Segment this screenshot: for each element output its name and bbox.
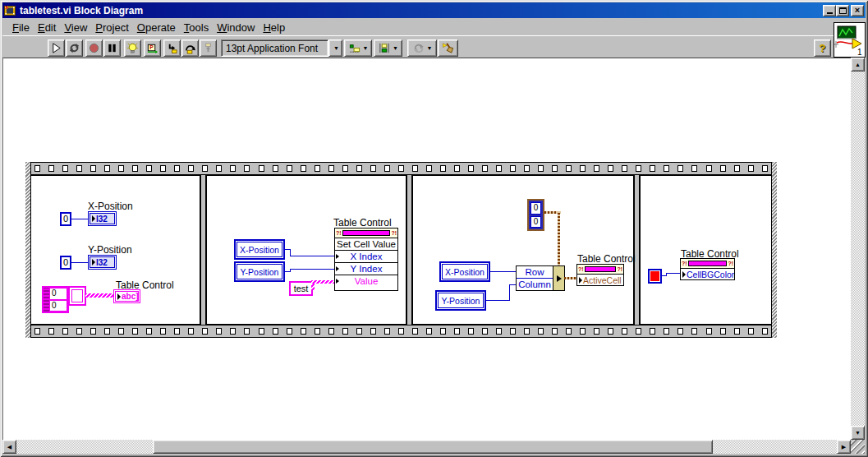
menu-project[interactable]: Project — [91, 21, 132, 35]
context-help-button[interactable]: ? — [814, 39, 831, 57]
wire[interactable] — [666, 273, 680, 274]
window-resize-grip[interactable] — [851, 440, 865, 454]
block-diagram-canvas[interactable]: X-Position 0 I32 Y-Position 0 I32 Table … — [2, 58, 851, 440]
sprocket-hole — [216, 328, 222, 335]
menu-operate[interactable]: Operate — [133, 21, 180, 35]
wire[interactable] — [509, 284, 510, 301]
step-into-button[interactable] — [163, 39, 181, 57]
highlight-execution-button[interactable] — [124, 39, 141, 57]
reorder-button[interactable]: ▼ — [407, 39, 437, 57]
align-objects-icon — [348, 42, 361, 54]
sprocket-hole — [273, 328, 278, 335]
wire[interactable] — [71, 262, 89, 263]
sprocket-hole — [230, 165, 236, 172]
bundle-column-field[interactable]: Column — [517, 278, 553, 290]
wire[interactable] — [290, 269, 334, 270]
menu-tools[interactable]: Tools — [180, 21, 213, 35]
menu-window[interactable]: Window — [213, 21, 259, 35]
abort-button[interactable] — [85, 39, 103, 57]
menu-edit[interactable]: Edit — [34, 21, 60, 35]
array-cell[interactable]: 0 — [49, 300, 67, 312]
string-array-constant[interactable]: 0 0 — [42, 286, 69, 313]
color-box-constant[interactable] — [648, 269, 662, 284]
scroll-right-button[interactable]: ▶ — [837, 440, 851, 454]
menu-file[interactable]: File — [8, 21, 34, 35]
clean-up-diagram-button[interactable] — [438, 39, 458, 57]
retain-wire-values-icon: P — [146, 42, 158, 54]
sprocket-hole — [412, 328, 418, 335]
x-position-i32-terminal[interactable]: I32 — [88, 211, 117, 226]
invoke-node-table-control[interactable]: ?! ?! Set Cell Value X Index Y Index Val… — [334, 228, 398, 291]
wire[interactable] — [489, 271, 516, 272]
property-row[interactable]: ActiveCell — [577, 274, 623, 285]
array-cell[interactable]: 0 — [49, 288, 67, 300]
horizontal-scrollbar[interactable]: ◀ ▶ — [2, 440, 851, 454]
property-row[interactable]: CellBGColor — [681, 268, 734, 279]
run-continuously-button[interactable] — [66, 39, 83, 57]
x-position-control[interactable]: X-Position — [439, 261, 490, 282]
sprocket-hole — [34, 165, 40, 172]
font-selector[interactable]: 13pt Application Font ▼ — [221, 39, 342, 57]
scroll-down-button[interactable]: ▼ — [851, 426, 865, 440]
invoke-method-row[interactable]: Set Cell Value — [335, 238, 397, 250]
y-position-i32-terminal[interactable]: I32 — [88, 255, 117, 270]
bundle-output-column[interactable] — [553, 266, 564, 290]
step-out-button[interactable] — [200, 39, 217, 57]
cluster-wire[interactable] — [564, 277, 576, 279]
close-button[interactable]: × — [851, 5, 864, 16]
terminal-arrow-icon — [682, 271, 686, 278]
maximize-button[interactable] — [836, 5, 849, 16]
vi-icon-panel[interactable]: 1 — [834, 22, 866, 58]
bundle-row-field[interactable]: Row — [517, 266, 553, 278]
horizontal-scrollbar-thumb[interactable] — [153, 440, 713, 454]
distribute-objects-button[interactable]: ▼ — [374, 39, 402, 57]
y-numeric-constant[interactable]: 0 — [60, 256, 71, 270]
step-over-button[interactable] — [181, 39, 199, 57]
wire[interactable] — [71, 219, 89, 219]
wire[interactable] — [509, 284, 516, 285]
bundle-by-name-node[interactable]: Row Column — [516, 265, 565, 291]
y-position-control[interactable]: Y-Position — [234, 261, 285, 282]
table-control-label: Table Control — [333, 217, 392, 228]
flat-sequence-structure[interactable] — [25, 162, 777, 338]
y-position-control[interactable]: Y-Position — [435, 290, 486, 311]
property-node-cellbgcolor[interactable]: ?! ?! CellBGColor — [680, 258, 735, 280]
run-button[interactable] — [48, 39, 65, 57]
sequence-bottom-border — [30, 325, 772, 338]
wire[interactable] — [485, 300, 510, 301]
empty-string-element[interactable] — [68, 286, 86, 306]
vertical-scrollbar[interactable]: ▲ ▼ — [851, 58, 865, 440]
pause-button[interactable] — [103, 39, 121, 57]
terminal-arrow-icon — [92, 259, 95, 265]
title-bar[interactable]: tabletest.vi Block Diagram × — [2, 2, 866, 18]
array-index-display[interactable] — [44, 288, 49, 312]
scroll-left-button[interactable]: ◀ — [2, 440, 16, 454]
cluster-cell[interactable]: 0 — [530, 216, 541, 228]
sprocket-hole — [259, 328, 264, 335]
menu-help[interactable]: Help — [259, 21, 289, 35]
property-node-activecell[interactable]: ?! ?! ActiveCell — [576, 264, 624, 286]
string-constant-test[interactable]: test — [289, 281, 313, 296]
x-position-control[interactable]: X-Position — [234, 239, 285, 260]
x-numeric-constant[interactable]: 0 — [60, 212, 71, 226]
cluster-constant[interactable]: 0 0 — [527, 199, 544, 231]
retain-wire-values-button[interactable]: P — [144, 39, 161, 57]
cluster-wire[interactable] — [558, 211, 560, 267]
string-array-wire[interactable] — [85, 293, 115, 298]
sprocket-hole — [706, 328, 712, 335]
font-selector-dropdown-button[interactable]: ▼ — [328, 39, 342, 57]
table-control-terminal[interactable]: abc] — [113, 289, 140, 303]
invoke-input-x-index[interactable]: X Index — [335, 250, 397, 262]
menu-view[interactable]: View — [60, 21, 91, 35]
scroll-up-button[interactable]: ▲ — [851, 58, 865, 72]
invoke-input-y-index[interactable]: Y Index — [335, 262, 397, 275]
invoke-input-value[interactable]: Value — [335, 275, 397, 287]
reference-header: ?! ?! — [681, 259, 734, 268]
align-objects-button[interactable]: ▼ — [344, 39, 372, 57]
wire[interactable] — [290, 256, 334, 256]
minimize-button[interactable] — [823, 5, 836, 16]
toolbar: P 13pt — [2, 35, 866, 58]
cluster-cell[interactable]: 0 — [530, 202, 541, 215]
sprocket-hole — [104, 328, 110, 335]
string-wire[interactable] — [311, 280, 334, 284]
